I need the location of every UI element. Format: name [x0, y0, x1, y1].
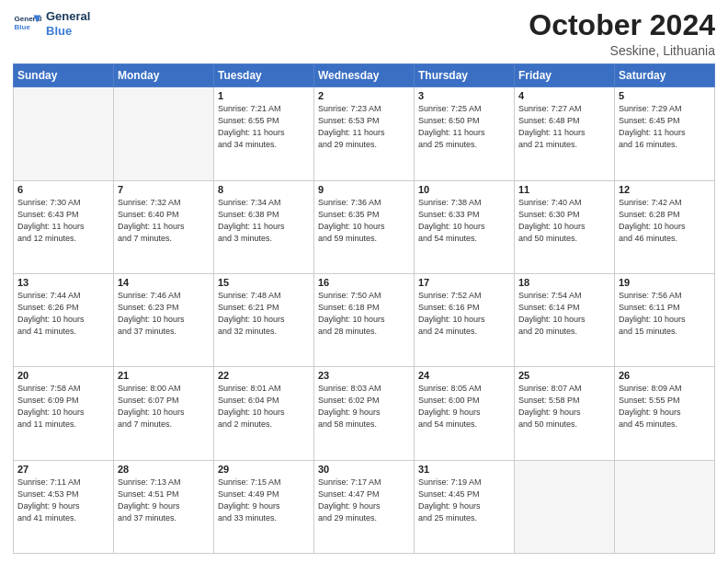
calendar-cell — [114, 87, 214, 180]
weekday-header-thursday: Thursday — [415, 64, 515, 87]
day-info: Sunrise: 7:23 AM Sunset: 6:53 PM Dayligh… — [318, 103, 410, 151]
calendar-week-2: 6Sunrise: 7:30 AM Sunset: 6:43 PM Daylig… — [14, 180, 715, 273]
day-number: 22 — [218, 370, 310, 381]
calendar-cell: 16Sunrise: 7:50 AM Sunset: 6:18 PM Dayli… — [314, 273, 415, 366]
calendar-cell: 7Sunrise: 7:32 AM Sunset: 6:40 PM Daylig… — [114, 180, 214, 273]
calendar-cell: 6Sunrise: 7:30 AM Sunset: 6:43 PM Daylig… — [14, 180, 114, 273]
day-number: 11 — [518, 184, 610, 195]
weekday-header-tuesday: Tuesday — [214, 64, 314, 87]
day-number: 27 — [17, 464, 109, 475]
calendar-cell: 17Sunrise: 7:52 AM Sunset: 6:16 PM Dayli… — [415, 273, 515, 366]
day-info: Sunrise: 7:40 AM Sunset: 6:30 PM Dayligh… — [518, 197, 610, 245]
day-info: Sunrise: 8:05 AM Sunset: 6:00 PM Dayligh… — [418, 383, 510, 431]
day-number: 28 — [118, 464, 210, 475]
day-info: Sunrise: 8:01 AM Sunset: 6:04 PM Dayligh… — [218, 383, 310, 431]
day-info: Sunrise: 7:42 AM Sunset: 6:28 PM Dayligh… — [619, 197, 711, 245]
day-number: 24 — [418, 370, 510, 381]
day-number: 17 — [418, 277, 510, 288]
day-info: Sunrise: 7:15 AM Sunset: 4:49 PM Dayligh… — [218, 477, 310, 524]
day-number: 23 — [318, 370, 410, 381]
calendar-cell: 24Sunrise: 8:05 AM Sunset: 6:00 PM Dayli… — [415, 367, 515, 460]
day-info: Sunrise: 7:50 AM Sunset: 6:18 PM Dayligh… — [318, 290, 410, 338]
calendar-cell — [515, 460, 615, 553]
day-number: 31 — [418, 464, 510, 475]
day-info: Sunrise: 8:00 AM Sunset: 6:07 PM Dayligh… — [118, 383, 210, 431]
calendar-cell: 18Sunrise: 7:54 AM Sunset: 6:14 PM Dayli… — [515, 273, 615, 366]
calendar-cell: 14Sunrise: 7:46 AM Sunset: 6:23 PM Dayli… — [114, 273, 214, 366]
calendar-cell: 8Sunrise: 7:34 AM Sunset: 6:38 PM Daylig… — [214, 180, 314, 273]
day-info: Sunrise: 7:21 AM Sunset: 6:55 PM Dayligh… — [218, 103, 310, 151]
calendar-cell: 30Sunrise: 7:17 AM Sunset: 4:47 PM Dayli… — [314, 460, 415, 553]
weekday-header-wednesday: Wednesday — [314, 64, 415, 87]
month-title: October 2024 — [529, 9, 715, 41]
calendar-cell: 15Sunrise: 7:48 AM Sunset: 6:21 PM Dayli… — [214, 273, 314, 366]
calendar-cell: 23Sunrise: 8:03 AM Sunset: 6:02 PM Dayli… — [314, 367, 415, 460]
header: General Blue General Blue October 2024 S… — [13, 9, 715, 58]
calendar-cell: 26Sunrise: 8:09 AM Sunset: 5:55 PM Dayli… — [615, 367, 715, 460]
calendar-cell: 31Sunrise: 7:19 AM Sunset: 4:45 PM Dayli… — [415, 460, 515, 553]
day-number: 20 — [17, 370, 109, 381]
day-number: 25 — [518, 370, 610, 381]
calendar-week-4: 20Sunrise: 7:58 AM Sunset: 6:09 PM Dayli… — [14, 367, 715, 460]
day-info: Sunrise: 7:17 AM Sunset: 4:47 PM Dayligh… — [318, 477, 410, 524]
day-info: Sunrise: 7:25 AM Sunset: 6:50 PM Dayligh… — [418, 103, 510, 151]
calendar-cell: 25Sunrise: 8:07 AM Sunset: 5:58 PM Dayli… — [515, 367, 615, 460]
day-info: Sunrise: 7:58 AM Sunset: 6:09 PM Dayligh… — [17, 383, 109, 431]
day-number: 18 — [518, 277, 610, 288]
day-info: Sunrise: 7:52 AM Sunset: 6:16 PM Dayligh… — [418, 290, 510, 338]
calendar-cell: 29Sunrise: 7:15 AM Sunset: 4:49 PM Dayli… — [214, 460, 314, 553]
calendar-cell: 1Sunrise: 7:21 AM Sunset: 6:55 PM Daylig… — [214, 87, 314, 180]
calendar-week-1: 1Sunrise: 7:21 AM Sunset: 6:55 PM Daylig… — [14, 87, 715, 180]
day-number: 2 — [318, 90, 410, 101]
day-info: Sunrise: 7:19 AM Sunset: 4:45 PM Dayligh… — [418, 477, 510, 524]
day-number: 15 — [218, 277, 310, 288]
day-info: Sunrise: 7:48 AM Sunset: 6:21 PM Dayligh… — [218, 290, 310, 338]
day-number: 29 — [218, 464, 310, 475]
day-number: 21 — [118, 370, 210, 381]
calendar-week-3: 13Sunrise: 7:44 AM Sunset: 6:26 PM Dayli… — [14, 273, 715, 366]
calendar-cell: 11Sunrise: 7:40 AM Sunset: 6:30 PM Dayli… — [515, 180, 615, 273]
day-number: 5 — [619, 90, 711, 101]
logo: General Blue General Blue — [13, 9, 90, 39]
calendar-cell: 20Sunrise: 7:58 AM Sunset: 6:09 PM Dayli… — [14, 367, 114, 460]
svg-text:Blue: Blue — [15, 23, 31, 31]
day-info: Sunrise: 7:32 AM Sunset: 6:40 PM Dayligh… — [118, 197, 210, 245]
day-info: Sunrise: 7:30 AM Sunset: 6:43 PM Dayligh… — [17, 197, 109, 245]
day-info: Sunrise: 8:07 AM Sunset: 5:58 PM Dayligh… — [518, 383, 610, 431]
day-info: Sunrise: 7:46 AM Sunset: 6:23 PM Dayligh… — [118, 290, 210, 338]
calendar-cell: 12Sunrise: 7:42 AM Sunset: 6:28 PM Dayli… — [615, 180, 715, 273]
day-info: Sunrise: 7:13 AM Sunset: 4:51 PM Dayligh… — [118, 477, 210, 524]
page: General Blue General Blue October 2024 S… — [0, 0, 728, 563]
day-number: 4 — [518, 90, 610, 101]
calendar-cell: 27Sunrise: 7:11 AM Sunset: 4:53 PM Dayli… — [14, 460, 114, 553]
calendar-cell: 9Sunrise: 7:36 AM Sunset: 6:35 PM Daylig… — [314, 180, 415, 273]
calendar-cell: 19Sunrise: 7:56 AM Sunset: 6:11 PM Dayli… — [615, 273, 715, 366]
day-number: 12 — [619, 184, 711, 195]
calendar-cell — [14, 87, 114, 180]
day-number: 8 — [218, 184, 310, 195]
calendar-cell: 5Sunrise: 7:29 AM Sunset: 6:45 PM Daylig… — [615, 87, 715, 180]
day-info: Sunrise: 7:36 AM Sunset: 6:35 PM Dayligh… — [318, 197, 410, 245]
calendar-cell: 4Sunrise: 7:27 AM Sunset: 6:48 PM Daylig… — [515, 87, 615, 180]
calendar-cell: 10Sunrise: 7:38 AM Sunset: 6:33 PM Dayli… — [415, 180, 515, 273]
day-number: 9 — [318, 184, 410, 195]
day-info: Sunrise: 7:44 AM Sunset: 6:26 PM Dayligh… — [17, 290, 109, 338]
calendar-header: SundayMondayTuesdayWednesdayThursdayFrid… — [14, 64, 715, 87]
calendar-cell: 22Sunrise: 8:01 AM Sunset: 6:04 PM Dayli… — [214, 367, 314, 460]
day-number: 16 — [318, 277, 410, 288]
day-number: 19 — [619, 277, 711, 288]
calendar-body: 1Sunrise: 7:21 AM Sunset: 6:55 PM Daylig… — [14, 87, 715, 554]
day-info: Sunrise: 8:09 AM Sunset: 5:55 PM Dayligh… — [619, 383, 711, 431]
day-number: 7 — [118, 184, 210, 195]
day-info: Sunrise: 7:34 AM Sunset: 6:38 PM Dayligh… — [218, 197, 310, 245]
subtitle: Seskine, Lithuania — [529, 43, 715, 58]
calendar-cell: 21Sunrise: 8:00 AM Sunset: 6:07 PM Dayli… — [114, 367, 214, 460]
day-info: Sunrise: 7:27 AM Sunset: 6:48 PM Dayligh… — [518, 103, 610, 151]
calendar-table: SundayMondayTuesdayWednesdayThursdayFrid… — [13, 63, 715, 554]
logo-text: General Blue — [46, 9, 90, 38]
day-number: 1 — [218, 90, 310, 101]
calendar-week-5: 27Sunrise: 7:11 AM Sunset: 4:53 PM Dayli… — [14, 460, 715, 553]
calendar-cell — [615, 460, 715, 553]
weekday-header-monday: Monday — [114, 64, 214, 87]
calendar-cell: 3Sunrise: 7:25 AM Sunset: 6:50 PM Daylig… — [415, 87, 515, 180]
